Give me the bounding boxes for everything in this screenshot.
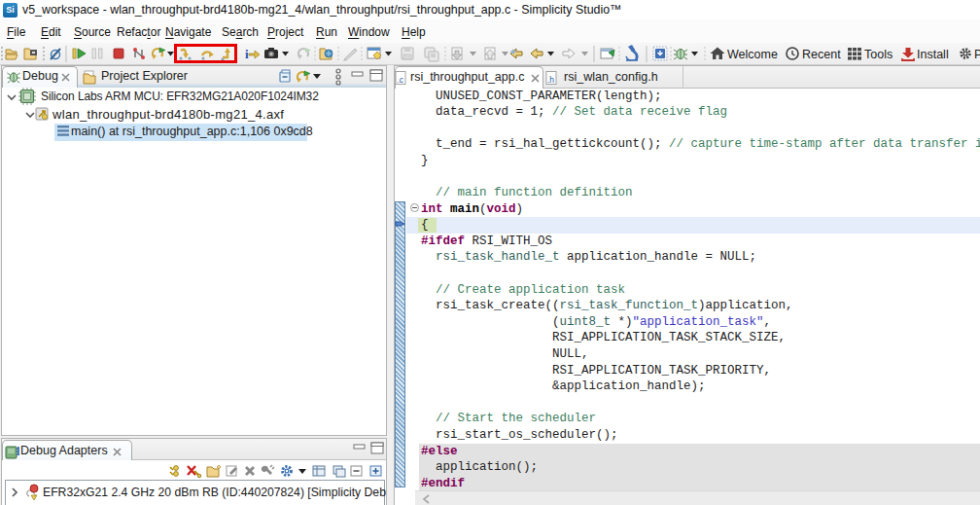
svg-text:.h: .h — [547, 75, 554, 85]
svg-text:i: i — [245, 47, 249, 61]
svg-text:.c: .c — [398, 75, 404, 85]
